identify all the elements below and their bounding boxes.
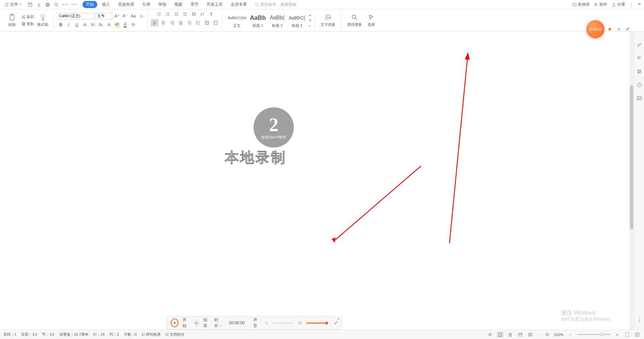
best-fit-icon[interactable] [634,332,641,338]
print-icon[interactable] [45,2,50,7]
shading-button[interactable] [203,19,211,26]
recorder-bar-stop-button[interactable] [194,320,199,326]
collaborate-button[interactable]: 协作 [594,2,607,7]
recorder-bar-close-icon[interactable]: ✕ [337,317,340,321]
gallery-icon[interactable] [636,95,642,101]
pencil-icon[interactable] [636,42,642,48]
styles-scroll-up-icon[interactable]: ▲ [309,13,312,17]
text-effects-button[interactable]: A [106,21,112,28]
strike-button[interactable]: A [82,21,88,28]
format-painter-button[interactable]: 格式刷 [35,12,51,29]
status-chars[interactable]: 字数：0 [124,332,137,337]
select-button[interactable]: 选择 [365,12,378,29]
scroll-thumb[interactable] [630,85,633,229]
tab-stops-button[interactable] [190,11,198,17]
status-col[interactable]: 列：2 [109,332,119,337]
copy-button[interactable]: 复制 [21,21,35,27]
mic-volume-slider[interactable] [273,323,293,324]
status-section[interactable]: 节：1/1 [42,332,54,337]
share-button[interactable]: 分享 [611,2,625,7]
recorder-bar-edit-icon[interactable] [334,321,338,325]
status-spellcheck[interactable]: ☑ 拼写检查 [142,332,161,337]
align-justify-button[interactable] [177,19,184,26]
speaker-volume-slider[interactable] [306,323,327,324]
increase-indent-button[interactable] [181,11,189,17]
line-spacing-button[interactable] [195,19,202,26]
status-pages[interactable]: 页面：1/1 [21,332,37,337]
increase-font-icon[interactable]: A⁺ [114,13,120,19]
command-search[interactable]: 查找命令、搜索模板 [255,2,297,7]
find-replace-button[interactable]: 查找替换 [344,12,365,29]
font-name-combo[interactable] [57,13,94,19]
cut-button[interactable]: 剪切 [21,14,35,20]
export-icon[interactable] [36,2,42,7]
recorder-stop-icon[interactable] [616,26,622,32]
tab-insert[interactable]: 插入 [99,1,113,8]
phonetic-button[interactable]: ㊥ [130,21,137,28]
unsaved-indicator[interactable]: 未保存 [572,2,590,7]
tab-sections[interactable]: 章节 [187,1,202,8]
tab-view[interactable]: 视图 [171,1,186,8]
clear-format-icon[interactable]: ◇ [138,13,145,19]
zoom-out-icon[interactable]: − [567,332,574,338]
tab-start[interactable]: 开始 [83,1,97,8]
font-color-button[interactable]: A [122,21,128,28]
styles-scroll-down-icon[interactable]: ▼ [309,19,312,22]
zoom-fit-icon[interactable] [544,332,551,338]
history-icon[interactable] [636,82,642,88]
paste-button[interactable]: 粘贴 [5,12,19,29]
tab-references[interactable]: 引用 [139,1,154,8]
recorder-bar-play-button[interactable] [171,319,178,327]
recorder-edit-icon[interactable] [625,26,631,32]
bold-button[interactable]: B [57,21,64,28]
save-icon[interactable] [28,2,33,7]
menu-more-icon[interactable]: ⋮ [629,2,633,7]
slider-knob[interactable] [325,322,328,325]
styles-expand-icon[interactable]: ▾ [309,24,312,27]
tab-member[interactable]: 会员专享 [227,1,250,8]
text-layout-button[interactable]: 文字排版 [318,12,338,29]
fullscreen-icon[interactable] [624,332,631,338]
change-case-icon[interactable]: Aa [130,13,137,19]
mic-icon[interactable] [265,321,269,325]
zoom-knob[interactable] [600,333,603,336]
italic-button[interactable]: I [65,21,72,28]
style-heading2[interactable]: AaBb(标题 2 [268,12,286,29]
show-marks-button[interactable]: ¶ [208,11,215,17]
view-page-icon[interactable] [497,332,503,338]
superscript-button[interactable]: X² [90,21,96,28]
style-heading1[interactable]: AaBb标题 1 [248,12,268,29]
style-heading3[interactable]: AaBbC(标题 3 [287,12,307,29]
view-outline-icon[interactable] [507,332,514,338]
highlight-button[interactable]: ab [114,21,120,28]
borders-button[interactable] [212,19,219,26]
more-icon[interactable]: ⋮ [636,317,642,323]
view-read-icon[interactable] [527,332,534,338]
view-web-icon[interactable] [517,332,524,338]
redo-icon[interactable]: ▾ [71,2,76,7]
status-line[interactable]: 行：16 [93,332,105,337]
subscript-button[interactable]: X₂ [98,21,104,28]
tab-page-layout[interactable]: 页面布局 [115,1,138,8]
style-normal[interactable]: AaBbCcDd正文 [226,12,248,29]
status-proof[interactable]: ☑ 文档校对 [165,332,184,337]
tab-developer[interactable]: 开发工具 [203,1,226,8]
decrease-indent-button[interactable] [173,11,180,17]
align-center-button[interactable] [160,19,167,26]
status-page-num[interactable]: 页码：1 [3,332,16,337]
vertical-scrollbar[interactable] [629,32,634,330]
collapse-ribbon-icon[interactable] [637,2,641,7]
speaker-icon[interactable] [298,320,302,326]
align-right-button[interactable] [168,19,176,26]
zoom-slider[interactable] [577,334,610,335]
recorder-timer[interactable]: 00:00:00 [586,20,604,38]
zoom-value[interactable]: 310% [554,333,564,337]
distribute-button[interactable] [186,19,193,26]
settings-icon[interactable] [636,68,642,74]
file-menu[interactable]: 文件 ▾ [3,1,23,8]
undo-icon[interactable]: ▾ [62,2,68,7]
recorder-play-icon[interactable] [607,26,613,32]
align-left-button[interactable] [151,19,158,26]
cursor-icon[interactable] [636,55,642,61]
tab-review[interactable]: 审阅 [155,1,170,8]
